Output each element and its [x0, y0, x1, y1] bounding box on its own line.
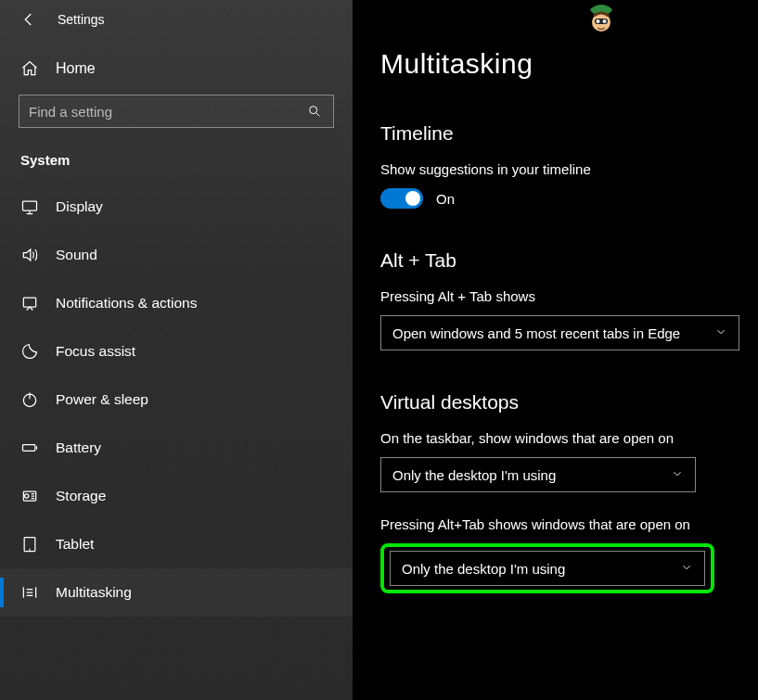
svg-rect-4 — [23, 445, 35, 452]
vdesktops-alttab-description: Pressing Alt+Tab shows windows that are … — [380, 516, 739, 532]
nav-list: Display Sound Notifications & actions Fo… — [0, 183, 353, 617]
timeline-description: Show suggestions in your timeline — [380, 161, 739, 177]
avatar — [583, 2, 620, 39]
sidebar-item-label: Display — [56, 198, 103, 215]
power-icon — [20, 390, 39, 409]
alttab-description: Pressing Alt + Tab shows — [380, 288, 739, 304]
sidebar-item-sound[interactable]: Sound — [0, 231, 353, 279]
focus-assist-icon — [20, 342, 39, 361]
chevron-down-icon — [714, 325, 727, 341]
alttab-dropdown[interactable]: Open windows and 5 most recent tabs in E… — [380, 315, 739, 350]
chevron-down-icon — [671, 467, 684, 483]
timeline-toggle[interactable] — [380, 188, 423, 209]
alttab-section: Alt + Tab Pressing Alt + Tab shows Open … — [380, 249, 739, 350]
sound-icon — [20, 246, 39, 264]
search-input[interactable] — [29, 104, 305, 120]
search-box[interactable] — [19, 95, 334, 128]
home-label: Home — [56, 60, 96, 77]
svg-rect-2 — [23, 298, 35, 307]
sidebar-item-label: Battery — [56, 439, 101, 456]
svg-point-0 — [310, 107, 317, 114]
sidebar-item-power-sleep[interactable]: Power & sleep — [0, 375, 353, 424]
section-heading: System — [0, 146, 353, 183]
vdesktops-alttab-dropdown[interactable]: Only the desktop I'm using — [390, 551, 705, 586]
timeline-toggle-state: On — [436, 191, 455, 207]
alttab-dropdown-value: Open windows and 5 most recent tabs in E… — [392, 325, 680, 341]
tablet-icon — [20, 535, 39, 554]
battery-icon — [20, 439, 39, 457]
vdesktops-taskbar-value: Only the desktop I'm using — [392, 467, 556, 483]
sidebar-item-display[interactable]: Display — [0, 183, 353, 231]
sidebar-item-battery[interactable]: Battery — [0, 424, 353, 472]
alttab-heading: Alt + Tab — [380, 249, 739, 272]
sidebar-item-tablet[interactable]: Tablet — [0, 520, 353, 568]
vdesktops-taskbar-description: On the taskbar, show windows that are op… — [380, 430, 739, 446]
sidebar-item-label: Focus assist — [56, 343, 135, 360]
notifications-icon — [20, 294, 39, 312]
vdesktops-heading: Virtual desktops — [380, 391, 739, 414]
sidebar-item-label: Storage — [56, 488, 106, 504]
titlebar: Settings — [0, 11, 353, 45]
vdesktops-taskbar-dropdown[interactable]: Only the desktop I'm using — [380, 457, 696, 492]
display-icon — [20, 197, 39, 216]
sidebar-item-multitasking[interactable]: Multitasking — [0, 568, 353, 617]
storage-icon — [20, 487, 39, 505]
svg-point-10 — [597, 19, 600, 23]
chevron-down-icon — [680, 561, 693, 577]
svg-point-11 — [603, 19, 607, 23]
sidebar-item-notifications[interactable]: Notifications & actions — [0, 279, 353, 327]
sidebar-item-focus-assist[interactable]: Focus assist — [0, 327, 353, 375]
sidebar-item-label: Tablet — [56, 536, 94, 553]
window-title: Settings — [58, 12, 105, 27]
sidebar-item-label: Multitasking — [56, 584, 132, 601]
sidebar: Settings Home System Display Sound — [0, 0, 353, 700]
vdesktops-alttab-value: Only the desktop I'm using — [402, 561, 565, 577]
sidebar-item-label: Sound — [56, 247, 97, 263]
sidebar-item-label: Notifications & actions — [56, 295, 198, 312]
svg-point-6 — [25, 494, 29, 498]
sidebar-item-storage[interactable]: Storage — [0, 472, 353, 520]
back-button[interactable] — [20, 11, 37, 28]
highlight-annotation: Only the desktop I'm using — [380, 543, 714, 593]
svg-rect-1 — [23, 201, 37, 210]
home-icon — [20, 59, 39, 78]
page-title: Multitasking — [380, 48, 739, 80]
main-content: Multitasking Timeline Show suggestions i… — [353, 0, 758, 700]
timeline-section: Timeline Show suggestions in your timeli… — [380, 122, 739, 209]
multitasking-icon — [20, 583, 39, 602]
timeline-heading: Timeline — [380, 122, 739, 145]
virtual-desktops-section: Virtual desktops On the taskbar, show wi… — [380, 391, 739, 593]
search-icon — [305, 102, 324, 121]
home-nav[interactable]: Home — [0, 45, 353, 95]
sidebar-item-label: Power & sleep — [56, 391, 148, 408]
